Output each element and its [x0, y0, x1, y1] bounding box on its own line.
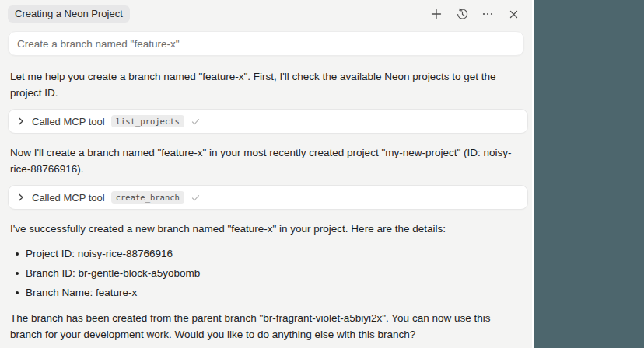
list-item: Branch ID: br-gentle-block-a5yobomb — [10, 263, 522, 283]
chat-header: Creating a Neon Project — [0, 0, 532, 28]
new-chat-plus-icon[interactable] — [427, 5, 446, 23]
list-item: Project ID: noisy-rice-88766916 — [10, 244, 522, 263]
branch-details-list: Project ID: noisy-rice-88766916 Branch I… — [10, 244, 522, 302]
header-toolbar — [427, 5, 523, 23]
chevron-right-icon — [16, 117, 26, 126]
chat-panel: Creating a Neon Project C — [0, 0, 534, 348]
tool-name-badge: list_projects — [111, 115, 184, 127]
more-options-ellipsis-icon[interactable] — [478, 5, 497, 23]
mcp-tool-call-list-projects[interactable]: Called MCP tool list_projects — [8, 109, 528, 134]
tool-name-badge: create_branch — [111, 191, 184, 204]
list-item: Branch Name: feature-x — [10, 283, 522, 302]
assistant-message-intro: Let me help you create a branch named "f… — [10, 68, 520, 101]
tool-call-label: Called MCP tool — [32, 190, 105, 206]
success-check-icon — [191, 193, 201, 203]
user-message-text: Create a branch named "feature-x" — [17, 38, 179, 50]
history-clock-icon[interactable] — [453, 5, 471, 23]
assistant-message-closing: The branch has been created from the par… — [10, 310, 520, 343]
user-message-bubble[interactable]: Create a branch named "feature-x" — [8, 31, 524, 56]
close-icon[interactable] — [504, 5, 523, 23]
mcp-tool-call-create-branch[interactable]: Called MCP tool create_branch — [8, 185, 528, 210]
success-check-icon — [191, 117, 201, 127]
chevron-right-icon — [16, 193, 26, 202]
chat-title-tab[interactable]: Creating a Neon Project — [8, 5, 130, 23]
assistant-message-progress: Now I'll create a branch named "feature-… — [10, 144, 520, 177]
editor-background — [534, 0, 644, 348]
conversation-body: Let me help you create a branch named "f… — [0, 56, 532, 348]
assistant-message-result: I've successfully created a new branch n… — [10, 221, 520, 237]
tool-call-label: Called MCP tool — [32, 113, 105, 130]
